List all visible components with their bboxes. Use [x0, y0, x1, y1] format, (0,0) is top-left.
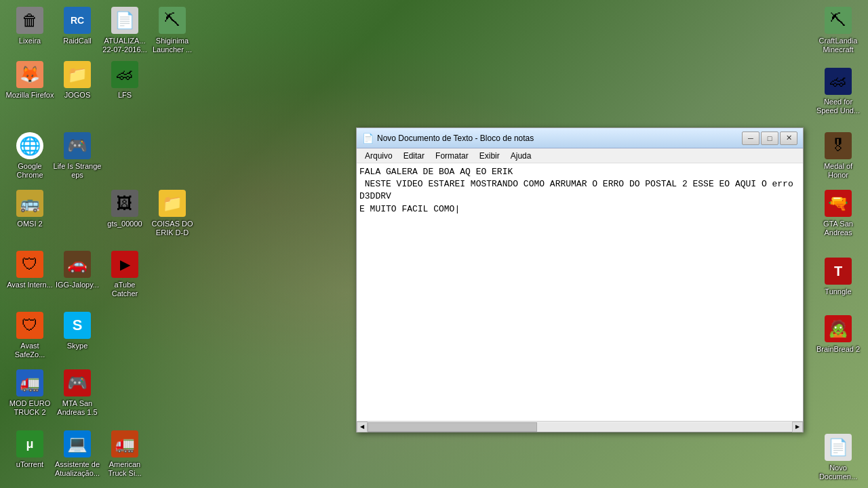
- notepad-icon: 📄: [362, 133, 373, 144]
- craftlandia-label: CraftLandia Minecraft: [814, 37, 863, 54]
- menu-editar[interactable]: Editar: [398, 150, 430, 162]
- notepad-hscrollbar[interactable]: ◀ ▶: [357, 421, 803, 432]
- lfs-label: LFS: [118, 91, 132, 100]
- mta-san-img: 🎮: [64, 369, 91, 396]
- raidcall-img: RC: [64, 7, 91, 34]
- gts-label: gts_00000: [107, 220, 142, 228]
- icon-life-strange[interactable]: 🎮 Life Is Strange eps: [53, 132, 102, 180]
- omsi2-label: OMSI 2: [17, 220, 42, 228]
- firefox-img: 🦊: [16, 61, 43, 88]
- notepad-titlebar[interactable]: 📄 Novo Documento de Texto - Bloco de not…: [357, 128, 803, 148]
- brainbread2-img: 🧟: [825, 315, 852, 342]
- icon-craftlandia[interactable]: ⛏ CraftLandia Minecraft: [814, 7, 863, 54]
- icon-firefox[interactable]: 🦊 Mozilla Firefox: [5, 61, 54, 100]
- icon-nfs[interactable]: 🏎 Need for Speed Und...: [814, 68, 863, 115]
- icon-lfs[interactable]: 🏎 LFS: [100, 61, 149, 100]
- nfs-label: Need for Speed Und...: [814, 98, 863, 115]
- icon-avast-safe[interactable]: 🛡 Avast SafeZo...: [5, 312, 54, 359]
- avast-safe-img: 🛡: [16, 312, 43, 339]
- icon-coisas[interactable]: 📁 COISAS DO ERIK D-D: [148, 190, 197, 237]
- atualiza-label: ATUALIZA... 22-07-2016...: [100, 37, 149, 54]
- chrome-img: 🌐: [16, 132, 43, 159]
- tunngle-label: Tunngle: [825, 287, 851, 296]
- notepad-window: 📄 Novo Documento de Texto - Bloco de not…: [356, 127, 804, 432]
- icon-atube[interactable]: ▶ aTube Catcher: [100, 251, 149, 298]
- menu-arquivo[interactable]: Arquivo: [359, 150, 398, 162]
- medal-honor-img: 🎖: [825, 132, 852, 159]
- utorrent-img: μ: [16, 430, 43, 458]
- maximize-button[interactable]: □: [761, 131, 778, 145]
- hscroll-thumb[interactable]: [368, 422, 537, 432]
- menu-ajuda[interactable]: Ajuda: [505, 150, 537, 162]
- menu-exibir[interactable]: Exibir: [474, 150, 505, 162]
- icon-brainbread2[interactable]: 🧟 BrainBread 2: [814, 315, 863, 354]
- notepad-menubar: Arquivo Editar Formatar Exibir Ajuda: [357, 148, 803, 163]
- icon-avast-int[interactable]: 🛡 Avast Intern...: [5, 251, 54, 289]
- mta-san-label: MTA San Andreas 1.5: [53, 399, 102, 417]
- igg-jalopy-label: IGG-Jalopy...: [56, 281, 99, 289]
- icon-atualiza[interactable]: 📄 ATUALIZA... 22-07-2016...: [100, 7, 149, 54]
- utorrent-label: uTorrent: [16, 460, 43, 469]
- coisas-img: 📁: [159, 190, 186, 217]
- coisas-label: COISAS DO ERIK D-D: [148, 220, 197, 237]
- brainbread2-label: BrainBread 2: [816, 345, 860, 354]
- assistente-label: Assistente de Atualização...: [53, 460, 102, 478]
- icon-novo-doc[interactable]: 📄 Novo Documen...: [814, 434, 863, 481]
- icon-igg-jalopy[interactable]: 🚗 IGG-Jalopy...: [53, 251, 102, 289]
- hscroll-left-btn[interactable]: ◀: [357, 422, 368, 432]
- american-truck-label: American Truck Si...: [100, 460, 149, 478]
- close-button[interactable]: ✕: [780, 131, 797, 145]
- notepad-textarea[interactable]: FALA GALERA DE BOA AQ EO ERIK NESTE VIDE…: [357, 163, 803, 421]
- icon-omsi2[interactable]: 🚌 OMSI 2: [5, 190, 54, 228]
- icon-skype[interactable]: S Skype: [53, 312, 102, 350]
- life-strange-label: Life Is Strange eps: [53, 162, 102, 180]
- icon-lixeira[interactable]: 🗑 Lixeira: [5, 7, 54, 45]
- icon-shiginima[interactable]: ⛏ Shiginima Launcher ...: [148, 7, 197, 54]
- titlebar-buttons: ─ □ ✕: [742, 131, 797, 145]
- menu-formatar[interactable]: Formatar: [430, 150, 474, 162]
- minimize-button[interactable]: ─: [742, 131, 760, 145]
- igg-jalopy-img: 🚗: [64, 251, 91, 278]
- avast-safe-label: Avast SafeZo...: [5, 342, 54, 359]
- icon-assistente[interactable]: 💻 Assistente de Atualização...: [53, 430, 102, 478]
- firefox-label: Mozilla Firefox: [6, 91, 54, 100]
- american-truck-img: 🚛: [111, 430, 138, 458]
- icon-mod-euro[interactable]: 🚛 MOD EURO TRUCK 2: [5, 369, 54, 417]
- lixeira-label: Lixeira: [19, 37, 41, 45]
- mod-euro-label: MOD EURO TRUCK 2: [5, 399, 54, 417]
- raidcall-label: RaidCall: [63, 37, 92, 45]
- icon-gta-san[interactable]: 🔫 GTA San Andreas: [814, 190, 863, 237]
- medal-honor-label: Medal of Honor: [814, 162, 863, 180]
- mod-euro-img: 🚛: [16, 369, 43, 396]
- nfs-img: 🏎: [825, 68, 852, 95]
- icon-utorrent[interactable]: μ uTorrent: [5, 430, 54, 469]
- gts-img: 🖼: [111, 190, 138, 217]
- avast-int-label: Avast Intern...: [7, 281, 53, 289]
- notepad-title: Novo Documento de Texto - Bloco de notas: [377, 134, 742, 143]
- omsi2-img: 🚌: [16, 190, 43, 217]
- skype-img: S: [64, 312, 91, 339]
- avast-int-img: 🛡: [16, 251, 43, 278]
- assistente-img: 💻: [64, 430, 91, 458]
- icon-chrome[interactable]: 🌐 Google Chrome: [5, 132, 54, 180]
- gta-san-img: 🔫: [825, 190, 852, 217]
- atube-img: ▶: [111, 251, 138, 278]
- gta-san-label: GTA San Andreas: [814, 220, 863, 237]
- hscroll-track: [368, 422, 792, 432]
- icon-tunngle[interactable]: T Tunngle: [814, 258, 863, 296]
- icon-raidcall[interactable]: RC RaidCall: [53, 7, 102, 45]
- hscroll-right-btn[interactable]: ▶: [792, 422, 803, 432]
- icon-mta-san[interactable]: 🎮 MTA San Andreas 1.5: [53, 369, 102, 417]
- icon-american-truck[interactable]: 🚛 American Truck Si...: [100, 430, 149, 478]
- desktop: 🗑 Lixeira 🦊 Mozilla Firefox 🌐 Google Chr…: [0, 0, 868, 488]
- lfs-img: 🏎: [111, 61, 138, 88]
- skype-label: Skype: [67, 342, 88, 350]
- jogos-label: JOGOS: [64, 91, 91, 100]
- atube-label: aTube Catcher: [100, 281, 149, 298]
- novo-doc-img: 📄: [825, 434, 852, 461]
- icon-gts[interactable]: 🖼 gts_00000: [100, 190, 149, 228]
- novo-doc-label: Novo Documen...: [814, 464, 863, 481]
- icon-jogos[interactable]: 📁 JOGOS: [53, 61, 102, 100]
- icon-medal-honor[interactable]: 🎖 Medal of Honor: [814, 132, 863, 180]
- jogos-img: 📁: [64, 61, 91, 88]
